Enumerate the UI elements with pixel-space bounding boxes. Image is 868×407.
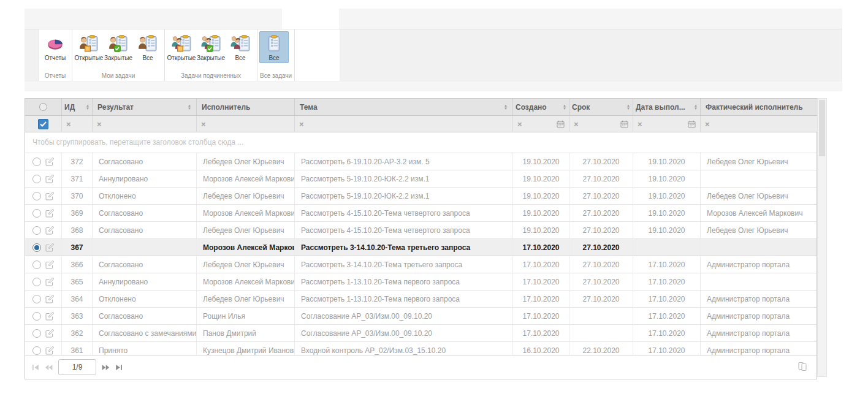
column-header-done[interactable]: Дата выпол...▲▼ <box>633 99 701 116</box>
sort-arrows-icon[interactable]: ▲▼ <box>560 104 566 110</box>
filter-cell-created[interactable]: × <box>513 116 569 132</box>
sort-arrows-icon[interactable]: ▲▼ <box>624 104 630 110</box>
row-radio[interactable] <box>32 158 41 166</box>
row-radio[interactable] <box>32 329 41 338</box>
radio-header-icon[interactable] <box>39 103 47 111</box>
column-header-label: Фактический исполнитель <box>706 103 803 112</box>
table-row[interactable]: 369СогласованоМорозов Алексей МарковичРа… <box>25 205 817 222</box>
edit-row-icon[interactable] <box>45 277 55 286</box>
row-radio[interactable] <box>32 192 41 200</box>
column-header-due[interactable]: Срок▲▼ <box>569 99 633 116</box>
ribbon-button-все[interactable]: Все <box>226 31 255 63</box>
clear-filter-icon[interactable]: × <box>201 120 206 128</box>
table-row[interactable]: 364ОтклоненоЛебедев Олег ЮрьевичРассмотр… <box>25 291 817 308</box>
edit-row-icon[interactable] <box>45 243 55 252</box>
group-by-bar[interactable]: Чтобы сгруппировать, перетащите заголово… <box>25 132 817 153</box>
ribbon-button-закрытые[interactable]: Закрытые <box>104 31 133 63</box>
row-radio[interactable] <box>32 226 41 235</box>
table-row[interactable]: 370ОтклоненоЛебедев Олег ЮрьевичРассмотр… <box>25 188 817 205</box>
table-row[interactable]: 363СогласованоРощин ИльяСогласование АР_… <box>25 308 817 325</box>
clear-filter-icon[interactable]: × <box>517 120 522 128</box>
vertical-scrollbar[interactable] <box>817 98 827 377</box>
sort-arrows-icon[interactable]: ▲▼ <box>185 104 191 110</box>
clear-filter-icon[interactable]: × <box>97 120 102 128</box>
clear-filter-icon[interactable]: × <box>66 120 71 128</box>
filter-select-all[interactable] <box>25 116 62 132</box>
calendar-icon[interactable] <box>557 120 565 128</box>
clear-filter-icon[interactable]: × <box>638 120 642 128</box>
column-header-actual[interactable]: Фактический исполнитель <box>701 99 817 116</box>
select-all-checkbox[interactable] <box>38 119 48 129</box>
table-row[interactable]: 372СогласованоЛебедев Олег ЮрьевичРассмо… <box>25 153 817 170</box>
edit-row-icon[interactable] <box>45 294 55 303</box>
page-number-input[interactable] <box>58 359 96 375</box>
ribbon-group-buttons: Все <box>257 29 294 71</box>
sort-arrows-icon[interactable]: ▲▼ <box>83 104 89 110</box>
filter-cell-due[interactable]: × <box>569 116 633 132</box>
row-radio[interactable] <box>32 346 41 355</box>
first-page-button[interactable] <box>32 364 39 371</box>
cell-result: Согласовано <box>93 153 197 170</box>
filter-cell-executor[interactable]: × <box>197 116 295 132</box>
row-radio[interactable] <box>32 243 41 252</box>
clear-filter-icon[interactable]: × <box>574 120 579 128</box>
ribbon-group-buttons: ОткрытыеЗакрытыеВсе <box>165 29 257 71</box>
ribbon-button-открытые[interactable]: Открытые <box>167 31 196 63</box>
column-header-result[interactable]: Результат▲▼ <box>93 99 197 116</box>
ribbon-button-все[interactable]: Все <box>259 31 289 63</box>
row-radio[interactable] <box>32 261 41 269</box>
select-all-header[interactable] <box>25 99 62 116</box>
clear-filter-icon[interactable]: × <box>299 120 304 128</box>
previous-page-button[interactable] <box>45 364 53 371</box>
next-page-button[interactable] <box>102 364 110 371</box>
table-row[interactable]: 365АннулированоМорозов Алексей МарковичР… <box>25 273 817 291</box>
column-header-executor[interactable]: Исполнитель <box>197 99 295 116</box>
table-row[interactable]: 367Морозов Алексей МарковичРассмотреть 3… <box>25 239 817 256</box>
cell-created: 19.10.2020 <box>513 153 569 170</box>
ribbon-button-открытые[interactable]: Открытые <box>74 31 104 63</box>
clear-filter-icon[interactable]: × <box>705 120 710 128</box>
column-header-created[interactable]: Создано▲▼ <box>513 99 569 116</box>
row-radio[interactable] <box>32 278 41 286</box>
column-chooser-icon[interactable] <box>798 362 807 371</box>
edit-row-icon[interactable] <box>45 191 55 200</box>
row-select-cell <box>25 342 62 355</box>
scrollbar-thumb[interactable] <box>819 100 825 156</box>
cell-created: 17.10.2020 <box>513 308 569 325</box>
table-row[interactable]: 368СогласованоЛебедев Олег ЮрьевичРассмо… <box>25 222 817 239</box>
edit-row-icon[interactable] <box>45 226 55 235</box>
filter-cell-id[interactable]: × <box>62 116 93 132</box>
filter-cell-done[interactable]: × <box>633 116 701 132</box>
edit-row-icon[interactable] <box>45 311 55 321</box>
sort-arrows-icon[interactable]: ▲▼ <box>691 104 698 110</box>
ribbon-button-все[interactable]: Все <box>133 31 162 63</box>
ribbon-button-закрытые[interactable]: Закрытые <box>196 31 226 63</box>
row-select-cell <box>25 325 62 342</box>
table-row[interactable]: 371АннулированоМорозов Алексей МарковичР… <box>25 170 817 188</box>
cell-done <box>633 239 701 256</box>
table-row[interactable]: 361ПринятоКузнецов Дмитрий ИвановичВходн… <box>25 342 817 355</box>
row-radio[interactable] <box>32 209 41 218</box>
edit-row-icon[interactable] <box>45 174 55 183</box>
row-radio[interactable] <box>32 312 41 321</box>
edit-row-icon[interactable] <box>45 346 55 355</box>
filter-cell-subject[interactable]: × <box>295 116 513 132</box>
sort-arrows-icon[interactable]: ▲▼ <box>501 104 508 110</box>
edit-row-icon[interactable] <box>45 329 55 338</box>
edit-row-icon[interactable] <box>45 208 55 218</box>
last-page-button[interactable] <box>115 364 123 371</box>
column-header-id[interactable]: ИД▲▼ <box>62 99 93 116</box>
table-row[interactable]: 362Согласовано с замечаниямиПанов Дмитри… <box>25 325 817 342</box>
ribbon-group-buttons: Отчеты <box>39 29 72 71</box>
edit-row-icon[interactable] <box>45 157 55 166</box>
ribbon-button-отчеты[interactable]: Отчеты <box>40 31 70 63</box>
edit-row-icon[interactable] <box>45 260 55 269</box>
column-header-subject[interactable]: Тема▲▼ <box>295 99 513 116</box>
calendar-icon[interactable] <box>620 120 628 128</box>
row-radio[interactable] <box>32 295 41 303</box>
filter-cell-actual[interactable]: × <box>701 116 817 132</box>
row-radio[interactable] <box>32 175 41 183</box>
table-row[interactable]: 366СогласованоЛебедев Олег ЮрьевичРассмо… <box>25 256 817 273</box>
filter-cell-result[interactable]: × <box>93 116 197 132</box>
calendar-icon[interactable] <box>688 120 696 128</box>
